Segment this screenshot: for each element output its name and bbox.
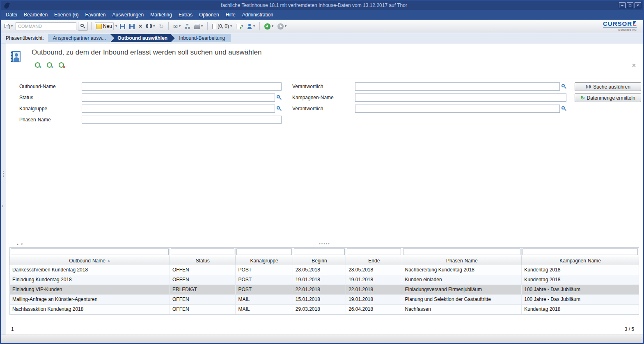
verantwortlich-input-3[interactable]	[355, 105, 560, 113]
forward-button[interactable]: ▾	[276, 23, 288, 30]
print-button[interactable]: ▾	[193, 23, 204, 30]
table-row[interactable]: Dankesschreiben Kundentag 2018OFFENPOST2…	[10, 265, 639, 275]
lookup-icon[interactable]	[561, 106, 566, 111]
determine-dataset-button[interactable]: ↻Datenmenge ermitteln	[575, 93, 641, 102]
outbound-name-input[interactable]	[82, 82, 282, 91]
column-header-phasen-name[interactable]: Phasen-Name	[402, 256, 522, 265]
filter-input-status[interactable]	[171, 248, 234, 255]
search-form: Outbound-NameStatusKanalgruppePhasen-Nam…	[6, 78, 643, 242]
filter-input-outbound-name[interactable]	[11, 248, 169, 255]
send-dropdown-icon[interactable]: ▾	[179, 24, 181, 28]
menu-item-favoriten[interactable]: Favoriten	[82, 10, 109, 20]
phase-outbound-auswahlen[interactable]: Outbound auswählen	[110, 34, 175, 42]
verantwortlich-input-1[interactable]	[355, 82, 560, 91]
status-input[interactable]	[82, 93, 275, 102]
filter-input-ende[interactable]	[347, 248, 401, 255]
record-counter-button[interactable]: (0, 0)▾	[211, 23, 233, 30]
maximize-icon[interactable]: □	[627, 2, 633, 8]
print-dropdown-icon[interactable]: ▾	[201, 24, 203, 28]
save-button[interactable]	[119, 23, 126, 30]
filter-input-phasen-name[interactable]	[403, 248, 520, 255]
mail-icon: ✉	[173, 24, 178, 29]
kampagnen-name-input-2[interactable]	[355, 93, 566, 102]
find-dropdown-icon[interactable]: ▾	[153, 24, 155, 28]
delete-search-icon[interactable]: ×	[59, 62, 64, 68]
brand-subtitle: Software AG	[603, 28, 637, 32]
lookup-icon[interactable]	[277, 106, 282, 111]
cell-kampagnen-name: 100 Jahre - Das Jubiläum	[522, 285, 639, 294]
main-area: ‹ Outbound, zu dem der	[1, 43, 643, 335]
app-window: fachliche Testinhouse 18.1 mit verfremde…	[0, 0, 644, 344]
filter-cell	[522, 248, 639, 256]
new-button[interactable]: Neu	[95, 22, 114, 30]
find-button[interactable]: ▾	[145, 23, 156, 29]
save-all-button[interactable]	[128, 23, 136, 30]
column-header-kanalgruppe[interactable]: Kanalgruppe	[236, 256, 293, 265]
user-button[interactable]: ▾	[246, 23, 256, 30]
delete-button[interactable]: ×	[138, 23, 143, 30]
refresh-button[interactable]: ↻	[158, 23, 165, 30]
menu-item-administration[interactable]: Administration	[239, 10, 277, 20]
execute-search-button[interactable]: Suche ausführen	[575, 82, 641, 91]
minimize-icon[interactable]: –	[619, 2, 626, 8]
export-button[interactable]: ▾	[235, 23, 244, 30]
forward-dropdown-icon[interactable]: ▾	[285, 24, 286, 28]
horizontal-splitter[interactable]: ▴ ▾ •••••	[6, 242, 643, 247]
cell-kampagnen-name: 100 Jahre - Das Jubiläum	[522, 295, 639, 304]
phase-ansprechpartner-ausw[interactable]: Ansprechpartner ausw...	[48, 34, 113, 42]
dropdown-icon[interactable]: ▾	[11, 24, 13, 28]
page-title: Outbound, zu dem der Inbound erfasst wer…	[32, 48, 643, 57]
cell-ende: 26.04.2018	[346, 305, 402, 314]
menu-item-datei[interactable]: Datei	[2, 10, 21, 20]
cell-beginn: 22.01.2018	[293, 285, 346, 294]
close-mask-icon[interactable]: ×	[632, 62, 636, 69]
menu-item-bearbeiten[interactable]: Bearbeiten	[21, 10, 51, 20]
form-row: Phasen-Name	[19, 116, 282, 124]
phase-inbound-bearbeitung[interactable]: Inbound-Bearbeitung	[172, 34, 231, 42]
column-header-kampagnen-name[interactable]: Kampagnen-Name	[522, 256, 639, 265]
counter-dropdown-icon[interactable]: ▾	[230, 24, 232, 28]
menu-item-hilfe[interactable]: Hilfe	[222, 10, 239, 20]
new-search-icon[interactable]: +	[35, 62, 40, 68]
lookup-icon[interactable]	[561, 84, 566, 89]
table-row[interactable]: Nachfassaktion Kundentag 2018OFFENMAIL29…	[10, 305, 639, 314]
command-input[interactable]	[16, 22, 76, 30]
splitter-arrows-icon[interactable]: ▴ ▾	[17, 242, 23, 246]
command-search-button[interactable]	[78, 22, 88, 31]
back-dropdown-icon[interactable]: ▾	[272, 24, 273, 28]
left-panel-splitter[interactable]: ‹	[1, 43, 6, 335]
filter-input-kampagnen-name[interactable]	[523, 248, 638, 255]
collapse-left-icon[interactable]: ‹	[2, 204, 3, 208]
column-header-status[interactable]: Status	[170, 256, 236, 265]
save-search-icon[interactable]: +	[47, 62, 52, 68]
table-row[interactable]: Mailing-Anfrage an Künstler-AgenturenOFF…	[10, 295, 639, 305]
menu-item-ebenen-6[interactable]: Ebenen (6)	[51, 10, 82, 20]
form-row: Outbound-Name	[19, 82, 282, 91]
close-icon[interactable]: ×	[635, 2, 641, 8]
workflow-button[interactable]	[183, 23, 191, 30]
table-row[interactable]: Einladung Kundentag 2018OFFENPOST19.01.2…	[10, 275, 639, 285]
send-button[interactable]: ✉▾	[172, 23, 182, 30]
splitter-handle-icon	[3, 171, 4, 172]
phasen-name-input[interactable]	[82, 116, 282, 124]
menu-item-auswertungen[interactable]: Auswertungen	[109, 10, 147, 20]
back-button[interactable]: ▾	[263, 23, 275, 30]
window-switch-button[interactable]: ▾	[3, 23, 14, 30]
user-dropdown-icon[interactable]: ▾	[253, 24, 255, 28]
cell-ende: 22.01.2018	[346, 285, 402, 294]
table-row[interactable]: Einladung VIP-KundenERLEDIGTPOST22.01.20…	[10, 285, 639, 295]
column-header-beginn[interactable]: Beginn	[293, 256, 346, 265]
lookup-icon[interactable]	[277, 95, 282, 100]
column-header-outbound-name[interactable]: Outbound-Name▲	[10, 256, 170, 265]
kanalgruppe-input[interactable]	[82, 105, 275, 113]
new-dropdown-icon[interactable]: ▾	[115, 24, 117, 28]
menu-item-optionen[interactable]: Optionen	[196, 10, 222, 20]
filter-input-kanalgruppe[interactable]	[236, 248, 291, 255]
refresh-icon: ↻	[159, 23, 164, 29]
field-label-verantwortlich: Verantwortlich	[292, 105, 355, 112]
column-header-ende[interactable]: Ende	[346, 256, 402, 265]
menu-item-extras[interactable]: Extras	[175, 10, 196, 20]
splitter-dots-icon[interactable]: •••••	[319, 241, 330, 246]
menu-item-marketing[interactable]: Marketing	[147, 10, 175, 20]
filter-input-beginn[interactable]	[294, 248, 345, 255]
